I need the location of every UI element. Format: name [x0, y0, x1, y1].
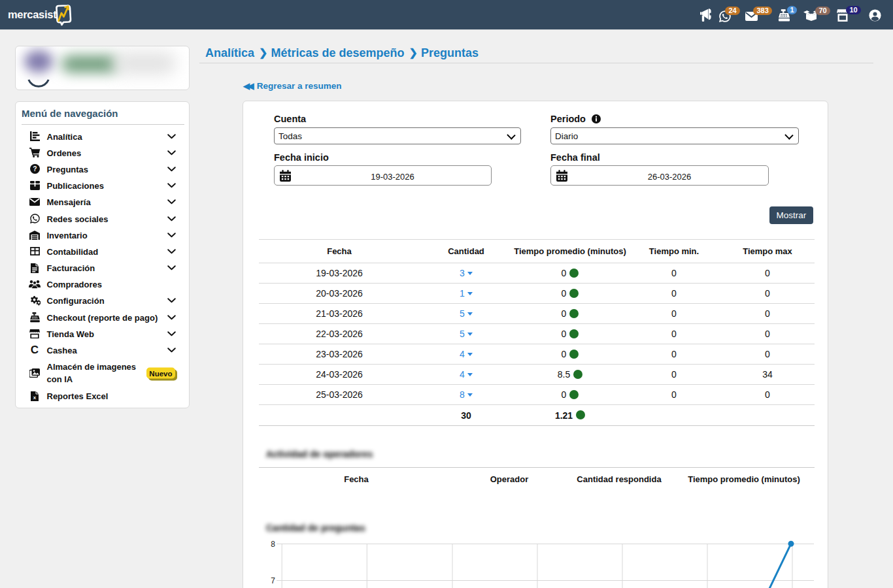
svg-text:7: 7: [271, 576, 275, 585]
svg-text:?: ?: [33, 166, 37, 173]
svg-text:x: x: [33, 395, 37, 400]
svg-text:8: 8: [271, 540, 275, 549]
